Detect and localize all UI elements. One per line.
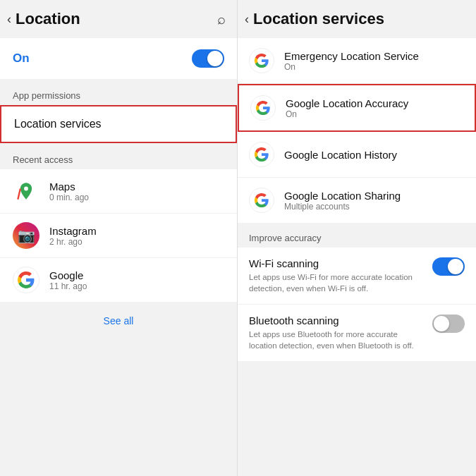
google-logo-icon	[17, 271, 35, 289]
recent-access-label: Recent access	[0, 145, 237, 169]
google-service-icon-0	[249, 48, 274, 73]
bluetooth-scanning-toggle[interactable]	[432, 315, 465, 333]
wifi-scanning-toggle[interactable]	[432, 257, 465, 276]
location-toggle[interactable]	[192, 49, 224, 68]
maps-name: Maps	[49, 181, 89, 193]
back-button[interactable]: ‹	[7, 12, 11, 27]
improve-accuracy-label: Improve accuracy	[238, 223, 476, 248]
instagram-app-icon: 📷	[13, 222, 39, 249]
instagram-icon-glyph: 📷	[18, 227, 35, 244]
history-service-info: Google Location History	[284, 149, 397, 161]
accuracy-service-status: On	[286, 109, 408, 119]
maps-app-icon	[13, 178, 39, 205]
wifi-scanning-item: Wi-Fi scanning Let apps use Wi-Fi for mo…	[238, 248, 476, 305]
bluetooth-toggle-thumb	[434, 316, 449, 331]
wifi-scanning-desc: Let apps use Wi-Fi for more accurate loc…	[249, 271, 425, 294]
bluetooth-scanning-title: Bluetooth scanning	[249, 315, 425, 327]
list-item[interactable]: 📷 Instagram 2 hr. ago	[0, 214, 237, 258]
google-info: Google 11 hr. ago	[49, 269, 87, 291]
left-header: ‹ Location ⌕	[0, 0, 237, 38]
page-title: Location	[16, 10, 80, 28]
google-name: Google	[49, 269, 87, 281]
google-g-icon-3	[254, 147, 269, 162]
google-g-icon-4	[254, 193, 269, 208]
wifi-scanning-title: Wi-Fi scanning	[249, 257, 425, 269]
emergency-service-name: Emergency Location Service	[284, 50, 419, 62]
maps-pin-icon	[16, 181, 36, 201]
right-page-title: Location services	[253, 10, 384, 28]
app-permissions-label: App permissions	[0, 80, 237, 105]
services-list: Emergency Location Service On Google Loc…	[238, 38, 476, 223]
bluetooth-scanning-item: Bluetooth scanning Let apps use Bluetoot…	[238, 305, 476, 361]
accuracy-list: Wi-Fi scanning Let apps use Wi-Fi for mo…	[238, 248, 476, 361]
list-item[interactable]: Google Location Accuracy On	[238, 84, 476, 132]
right-header-left: ‹ Location services	[245, 10, 384, 28]
sharing-service-status: Multiple accounts	[284, 202, 401, 212]
right-panel: ‹ Location services Emergency Location S…	[238, 0, 476, 476]
instagram-time: 2 hr. ago	[49, 237, 97, 247]
right-back-button[interactable]: ‹	[245, 12, 249, 27]
list-item[interactable]: Maps 0 min. ago	[0, 169, 237, 214]
bluetooth-scanning-text: Bluetooth scanning Let apps use Bluetoot…	[249, 315, 425, 351]
location-services-button[interactable]: Location services	[0, 105, 237, 143]
accuracy-service-info: Google Location Accuracy On	[286, 97, 408, 119]
on-label: On	[13, 51, 30, 66]
google-service-icon-1	[250, 95, 276, 121]
google-g-icon	[254, 53, 269, 68]
maps-time: 0 min. ago	[49, 193, 89, 202]
see-all-row: See all	[0, 302, 237, 340]
instagram-info: Instagram 2 hr. ago	[49, 225, 97, 247]
list-item[interactable]: Google 11 hr. ago	[0, 258, 237, 302]
google-service-icon-2	[249, 142, 274, 167]
toggle-thumb	[207, 51, 223, 66]
right-header: ‹ Location services	[238, 0, 476, 38]
google-time: 11 hr. ago	[49, 281, 87, 291]
instagram-name: Instagram	[49, 225, 97, 237]
app-list: Maps 0 min. ago 📷 Instagram 2 hr. ago	[0, 169, 237, 302]
on-toggle-row: On	[0, 38, 237, 79]
sharing-service-name: Google Location Sharing	[284, 190, 401, 202]
emergency-service-status: On	[284, 62, 419, 72]
wifi-toggle-thumb	[448, 259, 463, 274]
bluetooth-scanning-desc: Let apps use Bluetooth for more accurate…	[249, 329, 425, 351]
list-item[interactable]: Google Location Sharing Multiple account…	[238, 178, 476, 223]
wifi-scanning-text: Wi-Fi scanning Let apps use Wi-Fi for mo…	[249, 257, 425, 294]
google-app-icon	[13, 267, 39, 293]
location-services-text: Location services	[14, 118, 102, 130]
list-item[interactable]: Google Location History	[238, 132, 476, 178]
emergency-service-info: Emergency Location Service On	[284, 50, 419, 72]
left-panel: ‹ Location ⌕ On App permissions Location…	[0, 0, 238, 476]
left-header-left: ‹ Location	[7, 10, 80, 28]
google-g-icon-2	[255, 100, 271, 116]
see-all-button[interactable]: See all	[104, 315, 134, 327]
list-item[interactable]: Emergency Location Service On	[238, 38, 476, 84]
maps-info: Maps 0 min. ago	[49, 181, 89, 202]
sharing-service-info: Google Location Sharing Multiple account…	[284, 190, 401, 212]
svg-point-0	[24, 187, 28, 191]
google-service-icon-3	[249, 188, 274, 213]
history-service-name: Google Location History	[284, 149, 397, 161]
accuracy-service-name: Google Location Accuracy	[286, 97, 408, 109]
search-icon[interactable]: ⌕	[217, 11, 226, 28]
